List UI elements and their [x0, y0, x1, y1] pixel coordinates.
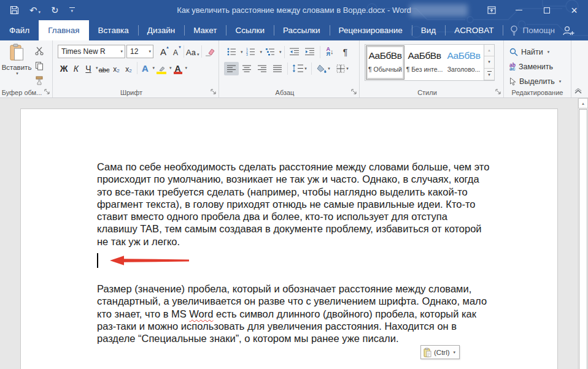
text-line[interactable]: Сама по себе необходимость сделать расст…: [97, 161, 489, 173]
clipboard-dialog-launcher[interactable]: [44, 89, 50, 95]
numbering-dropdown-arrow[interactable]: ▾: [260, 50, 263, 55]
highlight-button[interactable]: [155, 61, 168, 75]
paste-options-label: (Ctrl): [434, 349, 450, 356]
save-button[interactable]: [10, 6, 19, 15]
subscript-button[interactable]: x2: [110, 61, 123, 75]
tab-insert[interactable]: Вставка: [89, 20, 138, 40]
increase-indent-button[interactable]: [303, 45, 317, 59]
vertical-scrollbar[interactable]: ▴: [578, 98, 588, 369]
multilevel-list-button[interactable]: [263, 45, 277, 59]
copy-button[interactable]: [33, 59, 46, 72]
collapse-ribbon-button[interactable]: [574, 88, 582, 94]
shading-button[interactable]: ▾: [314, 62, 333, 75]
strikethrough-button[interactable]: abc: [98, 61, 110, 75]
style-heading[interactable]: АаБбВв Заголово...: [444, 45, 483, 80]
tab-review[interactable]: Рецензирование: [330, 20, 412, 40]
justify-icon: [273, 65, 282, 72]
style-normal[interactable]: АаБбВв ¶ Обычный: [366, 45, 404, 80]
close-button[interactable]: ×: [560, 0, 588, 20]
font-color-button[interactable]: А: [172, 61, 184, 75]
text-line[interactable]: ставит вместо одного пробела два и более…: [97, 210, 489, 223]
document-text: Сама по себе необходимость сделать расст…: [97, 161, 489, 345]
text-cursor: [97, 253, 98, 268]
censored-area: [409, 4, 468, 17]
align-center-button[interactable]: [239, 62, 254, 75]
tab-references[interactable]: Ссылки: [226, 20, 274, 40]
align-right-button[interactable]: [255, 62, 269, 75]
styles-scroll-up-button[interactable]: ▴: [484, 45, 494, 56]
font-size-combobox[interactable]: 12▾: [126, 45, 153, 58]
font-color-dropdown-arrow[interactable]: ▾: [185, 66, 188, 70]
justify-button[interactable]: [270, 62, 285, 75]
paste-options-button[interactable]: (Ctrl) ▾: [420, 345, 460, 359]
redo-button[interactable]: ↻: [51, 6, 59, 15]
scrollbar-thumb[interactable]: [579, 109, 587, 369]
superscript-button[interactable]: x2: [123, 61, 135, 75]
numbering-button[interactable]: 123: [244, 45, 258, 59]
style-no-spacing[interactable]: АаБбВв ¶ Без инте...: [405, 45, 444, 80]
text-line[interactable]: фрагмент текста), в голову приходят отню…: [97, 198, 489, 210]
paragraph-dialog-launcher[interactable]: [351, 89, 357, 95]
select-button[interactable]: Выделить ▾: [509, 74, 571, 89]
minimize-button[interactable]: [505, 0, 533, 20]
bold-button[interactable]: Ж: [58, 61, 70, 75]
empty-paragraph[interactable]: [97, 253, 489, 268]
format-painter-button[interactable]: [33, 74, 46, 86]
paint-bucket-icon: [317, 64, 327, 73]
text-line[interactable]: это все-таки требуется сделать (например…: [97, 186, 489, 198]
text-effects-button[interactable]: А: [139, 61, 152, 75]
text-line[interactable]: кто знает, что в MS Word есть символ дли…: [97, 308, 489, 320]
styles-dialog-launcher[interactable]: [495, 89, 501, 95]
styles-scroll-down-button[interactable]: ▾: [484, 56, 494, 68]
tab-home[interactable]: Главная: [39, 20, 88, 40]
tellme-button[interactable]: Помощн: [503, 20, 562, 40]
text-line[interactable]: раз-таки и можно использовать для увелич…: [97, 320, 489, 332]
tab-acrobat[interactable]: ACROBAT: [445, 20, 503, 40]
find-button[interactable]: Найти ▾: [509, 45, 571, 59]
text-line[interactable]: стандартный, а увеличивается он разве чт…: [97, 295, 489, 307]
paste-options-dropdown-arrow: ▾: [454, 350, 456, 355]
decrease-indent-button[interactable]: [287, 45, 302, 59]
text-line[interactable]: разделе “Специальные знаки”, о котором м…: [97, 332, 489, 344]
font-name-combobox[interactable]: Times New R▾: [58, 45, 125, 58]
bullets-button[interactable]: [224, 45, 239, 59]
tab-view[interactable]: Вид: [412, 20, 445, 40]
line-spacing-button[interactable]: ▾: [290, 62, 309, 75]
maximize-button[interactable]: [533, 0, 560, 20]
grow-font-button[interactable]: А▲: [157, 45, 169, 58]
underline-button[interactable]: Ч: [82, 61, 95, 75]
text-line[interactable]: происходит по умолчанию, возникает не та…: [97, 173, 489, 185]
ribbon-display-options-button[interactable]: [478, 0, 505, 20]
tab-file[interactable]: Файл: [0, 20, 39, 40]
replace-button[interactable]: ab ac Заменить: [509, 59, 571, 74]
show-formatting-marks-button[interactable]: ¶: [338, 45, 353, 59]
bullets-dropdown-arrow[interactable]: ▾: [241, 50, 243, 55]
font-dialog-launcher[interactable]: [211, 89, 217, 95]
svg-text:3: 3: [246, 53, 248, 56]
share-person-icon[interactable]: [562, 26, 574, 36]
document-page[interactable]: Сама по себе необходимость сделать расст…: [20, 108, 558, 369]
tab-design[interactable]: Дизайн: [138, 20, 184, 40]
select-dropdown-arrow[interactable]: ▾: [559, 79, 562, 84]
styles-more-button[interactable]: ▾: [484, 69, 494, 80]
customize-quick-access-button[interactable]: ▾: [69, 7, 75, 13]
undo-dropdown-arrow[interactable]: ▾: [39, 10, 41, 15]
scrollbar-up-button[interactable]: ▴: [578, 98, 588, 108]
tab-mailings[interactable]: Рассылки: [274, 20, 330, 40]
cut-button[interactable]: [33, 45, 46, 57]
align-left-button[interactable]: [224, 62, 239, 75]
paste-dropdown-arrow[interactable]: ▾: [16, 71, 18, 76]
text-line[interactable]: Размер (значение) пробела, который и обо…: [97, 283, 489, 295]
italic-button[interactable]: К: [70, 61, 82, 75]
sort-button[interactable]: АЯ ↓: [323, 45, 338, 59]
undo-button[interactable]: ↶: [29, 6, 37, 15]
text-line[interactable]: не так уж и легко.: [97, 235, 489, 248]
find-dropdown-arrow[interactable]: ▾: [547, 50, 550, 55]
text-line[interactable]: клавишу TAB, тем самым создавая в докуме…: [97, 223, 489, 235]
tab-layout[interactable]: Макет: [184, 20, 226, 40]
multilevel-dropdown-arrow[interactable]: ▾: [279, 50, 282, 55]
borders-button[interactable]: ▾: [333, 62, 352, 75]
clear-formatting-button[interactable]: [204, 45, 216, 58]
shrink-font-button[interactable]: А▼: [169, 45, 182, 58]
change-case-button[interactable]: Аа▾: [186, 45, 199, 58]
